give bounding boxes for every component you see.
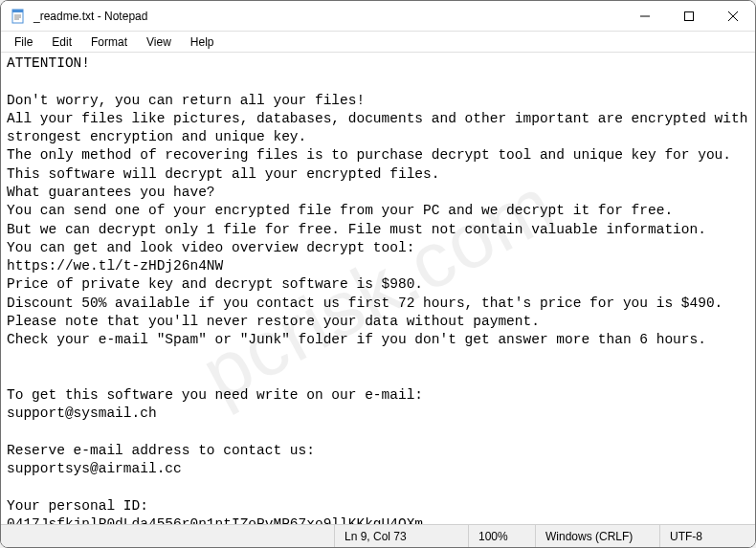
maximize-icon <box>684 11 694 21</box>
window-controls <box>623 1 755 31</box>
notepad-icon <box>11 9 26 24</box>
status-encoding: UTF-8 <box>659 525 755 547</box>
svg-rect-6 <box>685 12 694 21</box>
menu-file[interactable]: File <box>5 33 42 51</box>
status-line-ending: Windows (CRLF) <box>535 525 659 547</box>
menubar: File Edit Format View Help <box>1 32 755 53</box>
status-cursor-position: Ln 9, Col 73 <box>334 525 468 547</box>
menu-format[interactable]: Format <box>81 33 137 51</box>
menu-edit[interactable]: Edit <box>42 33 81 51</box>
statusbar: Ln 9, Col 73 100% Windows (CRLF) UTF-8 <box>1 524 755 547</box>
title-left: _readme.txt - Notepad <box>11 9 147 24</box>
maximize-button[interactable] <box>667 1 711 32</box>
close-button[interactable] <box>711 1 755 32</box>
svg-rect-1 <box>12 10 23 12</box>
titlebar[interactable]: _readme.txt - Notepad <box>1 1 755 32</box>
menu-view[interactable]: View <box>137 33 181 51</box>
window-title: _readme.txt - Notepad <box>33 10 147 23</box>
text-area[interactable]: ATTENTION! Don't worry, you can return a… <box>1 53 755 524</box>
notepad-window: _readme.txt - Notepad File Edit Format V… <box>0 0 756 548</box>
close-icon <box>728 11 738 21</box>
minimize-icon <box>640 11 650 21</box>
status-zoom: 100% <box>468 525 535 547</box>
menu-help[interactable]: Help <box>181 33 224 51</box>
document-text: ATTENTION! Don't worry, you can return a… <box>7 55 755 524</box>
minimize-button[interactable] <box>623 1 667 32</box>
